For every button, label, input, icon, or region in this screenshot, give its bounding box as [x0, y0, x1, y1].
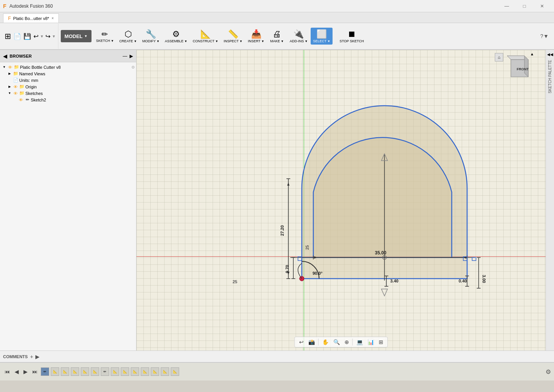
sidebar-pin-button[interactable]: ▶ [130, 53, 133, 59]
tree-eye-root[interactable]: 👁 [7, 65, 13, 70]
svg-text:FRONT: FRONT [517, 67, 529, 71]
main-area: ◀ BROWSER — ▶ ▼ 👁 📁 Platic Bottle Cutter… [0, 50, 554, 350]
undo-button[interactable]: ↩ [33, 32, 39, 41]
orbit-button[interactable]: ↩ [297, 338, 306, 346]
tree-settings-root[interactable]: ⊙ [131, 65, 135, 69]
zoom-button[interactable]: 🔍 [331, 338, 342, 346]
modify-dropdown[interactable]: 🔧 MODIFY ▼ [140, 28, 162, 45]
tree-label-sketches: Sketches [25, 91, 135, 96]
svg-text:0.40: 0.40 [459, 279, 467, 283]
timeline-item-12[interactable]: 📐 [151, 367, 159, 376]
timeline-next[interactable]: ▶ [22, 368, 29, 375]
new-button[interactable]: 📄 [13, 32, 22, 41]
timeline-item-6[interactable]: 📐 [91, 367, 99, 376]
timeline-item-11[interactable]: 📐 [141, 367, 149, 376]
timeline-item-14[interactable]: 📐 [171, 367, 179, 376]
timeline-prev[interactable]: ◀ [13, 368, 20, 375]
construct-dropdown[interactable]: 📐 CONSTRUCT ▼ [190, 28, 220, 45]
sidebar-title: BROWSER [10, 54, 120, 58]
sketch-palette-panel: ◀◀ SKETCH PALETTE [546, 50, 554, 350]
timeline-go-end[interactable]: ⏭ [31, 368, 39, 375]
modify-label: MODIFY ▼ [142, 39, 160, 43]
sidebar-back-button[interactable]: ◀ [3, 53, 7, 59]
tree-item-sketch2[interactable]: 👁 ✏ Sketch2 [11, 96, 136, 103]
tree-label-root: Platic Bottle Cutter v8 [20, 65, 131, 70]
zoom-fit-button[interactable]: ⊕ [343, 338, 351, 346]
tab-bar: F Platic Bo...utter v8* × [0, 12, 554, 23]
tree-label-sketch2: Sketch2 [31, 98, 135, 102]
toolbar: ⊞ 📄 💾 ↩ ▼ ↪ ▼ MODEL ▼ ✏ SKETCH ▼ ⬡ CREAT… [0, 23, 554, 50]
timeline-item-9[interactable]: 📐 [121, 367, 129, 376]
insert-label: INSERT ▼ [248, 39, 265, 43]
right-panel-collapse[interactable]: ◀◀ [546, 50, 554, 58]
make-icon: 🖨 [273, 29, 281, 39]
nav-cube[interactable]: FRONT ▲ [503, 52, 534, 83]
timeline-item-5[interactable]: 📐 [81, 367, 89, 376]
pan-button[interactable]: ✋ [320, 338, 331, 346]
tab-close-button[interactable]: × [52, 16, 54, 20]
tree-eye-sketch2[interactable]: 👁 [18, 98, 24, 102]
tree-eye-origin[interactable]: 👁 [12, 85, 18, 89]
tree-eye-sketches[interactable]: 👁 [12, 91, 18, 96]
make-dropdown[interactable]: 🖨 MAKE ▼ [267, 28, 286, 45]
add-comment-button[interactable]: + [30, 354, 33, 360]
redo-button[interactable]: ↪ [45, 32, 51, 41]
create-label: CREATE ▼ [119, 39, 137, 43]
timeline-item-2[interactable]: 📐 [51, 367, 59, 376]
select-dropdown[interactable]: ⬜ SELECT ▼ [311, 28, 333, 45]
tab-label: Platic Bo...utter v8* [13, 16, 49, 21]
inspect-dropdown[interactable]: 📏 INSPECT ▼ [221, 28, 245, 45]
insert-dropdown[interactable]: 📥 INSERT ▼ [246, 28, 267, 45]
svg-text:90.0°: 90.0° [313, 271, 323, 276]
window-controls: — □ ✕ [498, 0, 551, 12]
timeline-item-13[interactable]: 📐 [161, 367, 169, 376]
timeline-item-10[interactable]: 📐 [131, 367, 139, 376]
svg-text:25: 25 [233, 279, 237, 284]
tree-item-root[interactable]: ▼ 👁 📁 Platic Bottle Cutter v8 ⊙ [0, 64, 136, 70]
active-tab[interactable]: F Platic Bo...utter v8* × [3, 13, 59, 23]
app-menu-button[interactable]: ⊞ [4, 31, 12, 42]
tree-icon-units: 📄 [12, 78, 19, 83]
model-label: MODEL [65, 33, 83, 39]
create-dropdown[interactable]: ⬡ CREATE ▼ [117, 28, 139, 45]
svg-text:3.00: 3.00 [482, 275, 486, 283]
model-arrow: ▼ [84, 34, 88, 38]
comments-expand-button[interactable]: ▶ [35, 354, 40, 360]
undo-arrow: ▼ [40, 34, 44, 38]
redo-arrow: ▼ [52, 34, 56, 38]
timeline-settings-button[interactable]: ⚙ [546, 368, 551, 375]
app-icon: F [3, 3, 7, 9]
camera-button[interactable]: 📸 [306, 338, 317, 346]
timeline-go-start[interactable]: ⏮ [3, 368, 12, 375]
sidebar-collapse-button[interactable]: — [123, 53, 127, 59]
sketch-dropdown[interactable]: ✏ SKETCH ▼ [94, 28, 116, 44]
timeline-item-3[interactable]: 📐 [61, 367, 69, 376]
timeline-item-8[interactable]: 📐 [111, 367, 119, 376]
stop-sketch-button[interactable]: ⏹ STOP SKETCH [336, 28, 367, 45]
addins-dropdown[interactable]: 🔌 ADD-INS ▼ [287, 28, 310, 45]
help-button[interactable]: ?▼ [536, 32, 552, 41]
svg-text:3.40: 3.40 [390, 279, 398, 283]
home-button[interactable]: ⌂ [495, 53, 503, 61]
timeline-item-1[interactable]: ✏ [41, 367, 49, 376]
tree-item-sketches[interactable]: ▼ 👁 📁 Sketches [5, 90, 136, 96]
view-options-button[interactable]: ⊞ [377, 338, 385, 346]
stop-sketch-label: STOP SKETCH [339, 39, 364, 43]
timeline-item-7[interactable]: ✏ [101, 367, 109, 376]
tree-folder-origin: 📁 [18, 84, 25, 89]
minimize-button[interactable]: — [498, 0, 516, 12]
tree-item-origin[interactable]: ▶ 👁 📁 Origin [5, 83, 136, 90]
assemble-dropdown[interactable]: ⚙ ASSEMBLE ▼ [163, 28, 190, 45]
grid-button[interactable]: 📊 [366, 338, 376, 346]
save-button[interactable]: 💾 [23, 32, 32, 41]
display-mode-button[interactable]: 💻 [354, 338, 365, 346]
model-mode-button[interactable]: MODEL ▼ [61, 30, 92, 42]
nav-up-arrow[interactable]: ▲ [530, 52, 534, 56]
viewport[interactable]: FRONT ▲ ⌂ [136, 50, 546, 350]
maximize-button[interactable]: □ [516, 0, 533, 12]
close-button[interactable]: ✕ [533, 0, 551, 12]
modify-icon: 🔧 [146, 29, 156, 39]
timeline-item-4[interactable]: 📐 [71, 367, 79, 376]
browser-sidebar: ◀ BROWSER — ▶ ▼ 👁 📁 Platic Bottle Cutter… [0, 50, 136, 350]
tree-item-namedviews[interactable]: ▶ 📁 Named Views [5, 70, 136, 77]
